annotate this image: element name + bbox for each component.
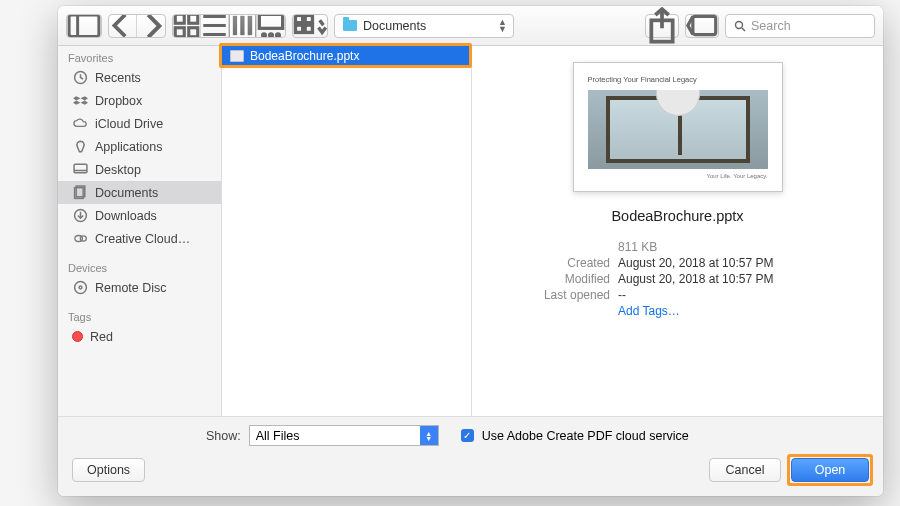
- applications-icon: [72, 139, 88, 155]
- path-dropdown[interactable]: Documents ▲▼: [334, 14, 514, 38]
- creative-cloud-icon: [72, 231, 88, 247]
- show-label: Show:: [206, 429, 241, 443]
- preview-metadata: 811 KB Created August 20, 2018 at 10:57 …: [490, 240, 865, 318]
- cancel-button[interactable]: Cancel: [709, 458, 781, 482]
- svg-line-24: [742, 28, 745, 31]
- sidebar-item-recents[interactable]: Recents: [58, 66, 221, 89]
- svg-rect-4: [175, 28, 184, 37]
- file-row-selected[interactable]: BodeaBrochure.pptx: [222, 46, 471, 65]
- tag-red-icon: [72, 331, 83, 342]
- share-button[interactable]: [645, 14, 679, 38]
- arrange-group: [292, 14, 328, 38]
- cloud-service-label: Use Adobe Create PDF cloud service: [482, 429, 689, 443]
- thumb-footer: Your Life. Your Legacy.: [588, 173, 768, 179]
- forward-button[interactable]: [137, 15, 165, 37]
- sidebar-section-devices: Devices: [58, 256, 221, 276]
- modified-label: Modified: [520, 272, 610, 286]
- desktop-icon: [72, 162, 88, 178]
- dialog-footer: Options Cancel Open: [58, 452, 883, 496]
- sidebar-item-remote-disc[interactable]: Remote Disc: [58, 276, 221, 299]
- file-type-filter[interactable]: All Files ▲▼: [249, 425, 439, 446]
- clock-icon: [72, 70, 88, 86]
- svg-rect-30: [74, 164, 87, 173]
- file-name: BodeaBrochure.pptx: [250, 49, 359, 63]
- chevron-updown-icon: ▲▼: [498, 19, 507, 33]
- toolbar: Documents ▲▼ Search: [58, 6, 883, 46]
- open-button[interactable]: Open: [791, 458, 869, 482]
- sidebar: Favorites Recents Dropbox iCloud Drive A…: [58, 46, 222, 416]
- svg-rect-12: [259, 14, 282, 28]
- filter-controls: Show: All Files ▲▼ ✓ Use Adobe Create PD…: [58, 416, 883, 452]
- search-icon: [734, 20, 746, 32]
- documents-icon: [72, 185, 88, 201]
- sidebar-item-downloads[interactable]: Downloads: [58, 204, 221, 227]
- column-view-button[interactable]: [229, 15, 257, 37]
- svg-marker-28: [73, 101, 81, 105]
- svg-point-38: [74, 282, 86, 294]
- options-button[interactable]: Options: [72, 458, 145, 482]
- svg-rect-9: [231, 14, 254, 37]
- sidebar-item-dropbox[interactable]: Dropbox: [58, 89, 221, 112]
- created-label: Created: [520, 256, 610, 270]
- svg-rect-17: [305, 16, 312, 23]
- svg-point-37: [80, 236, 86, 241]
- path-label: Documents: [363, 19, 426, 33]
- view-mode-group: [172, 14, 286, 38]
- sidebar-toggle-group: [66, 14, 102, 38]
- tags-button[interactable]: [685, 14, 719, 38]
- search-field[interactable]: Search: [725, 14, 875, 38]
- add-tags-link[interactable]: Add Tags…: [618, 304, 835, 318]
- open-file-dialog: Documents ▲▼ Search Favorites Recents Dr…: [58, 6, 883, 496]
- nav-group: [108, 14, 166, 38]
- thumb-image: [588, 90, 768, 169]
- svg-point-13: [263, 33, 266, 36]
- back-button[interactable]: [109, 15, 137, 37]
- svg-rect-5: [189, 28, 198, 37]
- svg-rect-16: [295, 16, 302, 23]
- last-opened-value: --: [618, 288, 835, 302]
- sidebar-item-creative-cloud[interactable]: Creative Cloud…: [58, 227, 221, 250]
- preview-pane: Protecting Your Financial Legacy Your Li…: [472, 46, 883, 416]
- last-opened-label: Last opened: [520, 288, 610, 302]
- arrange-menu-button[interactable]: [293, 15, 327, 37]
- svg-rect-22: [693, 16, 716, 34]
- gallery-view-button[interactable]: [257, 15, 285, 37]
- svg-marker-27: [80, 96, 88, 100]
- list-view-button[interactable]: [201, 15, 229, 37]
- svg-rect-0: [69, 15, 99, 36]
- svg-rect-3: [189, 14, 198, 23]
- sidebar-item-documents[interactable]: Documents: [58, 181, 221, 204]
- modified-value: August 20, 2018 at 10:57 PM: [618, 272, 835, 286]
- cloud-service-checkbox[interactable]: ✓: [461, 429, 474, 442]
- preview-filename: BodeaBrochure.pptx: [611, 208, 743, 224]
- icon-view-button[interactable]: [173, 15, 201, 37]
- sidebar-item-applications[interactable]: Applications: [58, 135, 221, 158]
- created-value: August 20, 2018 at 10:57 PM: [618, 256, 835, 270]
- sidebar-section-favorites: Favorites: [58, 46, 221, 66]
- file-list-column: BodeaBrochure.pptx: [222, 46, 472, 416]
- toggle-sidebar-button[interactable]: [67, 15, 101, 37]
- sidebar-item-icloud[interactable]: iCloud Drive: [58, 112, 221, 135]
- sidebar-item-desktop[interactable]: Desktop: [58, 158, 221, 181]
- svg-point-23: [736, 21, 743, 28]
- svg-point-14: [270, 33, 273, 36]
- file-size: 811 KB: [618, 240, 835, 254]
- svg-marker-29: [80, 101, 88, 105]
- preview-thumbnail: Protecting Your Financial Legacy Your Li…: [573, 62, 783, 192]
- svg-point-15: [277, 33, 280, 36]
- sidebar-item-tag-red[interactable]: Red: [58, 325, 221, 348]
- downloads-icon: [72, 208, 88, 224]
- filter-value: All Files: [256, 429, 300, 443]
- disc-icon: [72, 280, 88, 296]
- dropbox-icon: [72, 93, 88, 109]
- svg-point-39: [79, 286, 82, 289]
- svg-rect-18: [295, 26, 302, 33]
- presentation-file-icon: [230, 50, 244, 62]
- thumb-heading: Protecting Your Financial Legacy: [588, 75, 768, 84]
- svg-rect-2: [175, 14, 184, 23]
- folder-icon: [343, 20, 357, 31]
- svg-rect-19: [305, 26, 312, 33]
- search-placeholder: Search: [751, 19, 791, 33]
- svg-marker-26: [73, 96, 81, 100]
- dialog-body: Favorites Recents Dropbox iCloud Drive A…: [58, 46, 883, 416]
